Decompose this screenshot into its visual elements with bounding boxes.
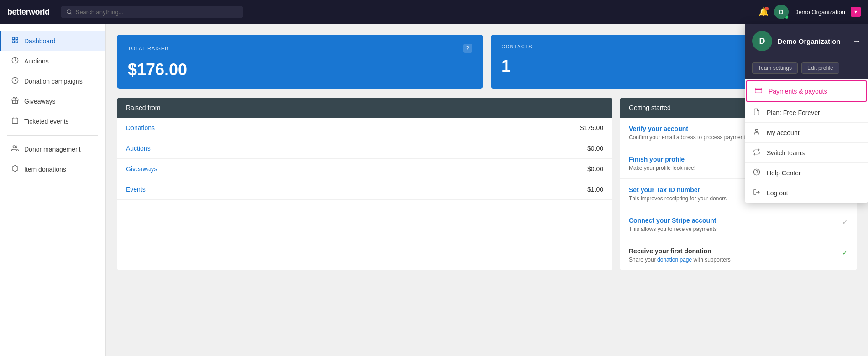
donor-management-icon xyxy=(10,145,20,154)
svg-line-1 xyxy=(70,13,71,14)
events-value: $1.00 xyxy=(387,179,612,200)
table-row: Auctions $0.00 xyxy=(117,138,612,159)
raised-from-table: Donations $175.00 Auctions $0.00 Giveawa… xyxy=(117,118,612,200)
total-raised-card: TOTAL RAISED ? $176.00 xyxy=(117,35,483,89)
dropdown-header: D Demo Organization → xyxy=(745,24,868,58)
dropdown-item-log-out[interactable]: Log out xyxy=(745,183,868,203)
finish-profile-desc: Make your profile look nice! xyxy=(629,165,695,171)
first-donation-check: ✓ xyxy=(842,248,848,257)
auctions-icon xyxy=(10,57,20,66)
tax-id-title[interactable]: Set your Tax ID number xyxy=(629,186,727,194)
sidebar-item-item-donations[interactable]: Item donations xyxy=(0,159,105,179)
sidebar-item-ticketed-events-label: Ticketed events xyxy=(24,118,69,125)
stripe-check: ✓ xyxy=(842,218,848,226)
stripe-title[interactable]: Connect your Stripe account xyxy=(629,217,717,224)
dropdown-item-payments[interactable]: Payments & payouts xyxy=(746,80,867,102)
dropdown-toggle-button[interactable]: ▾ xyxy=(851,7,861,17)
topnav-right: 🔔 D Demo Organization ▾ xyxy=(758,5,861,19)
finish-profile-title[interactable]: Finish your profile xyxy=(629,156,695,163)
svg-rect-9 xyxy=(16,37,18,40)
donation-campaigns-icon xyxy=(10,77,20,86)
sidebar-divider xyxy=(7,135,98,136)
table-row: Donations $175.00 xyxy=(117,118,612,138)
dropdown-item-switch-teams[interactable]: Switch teams xyxy=(745,143,868,163)
donation-page-link[interactable]: donation page xyxy=(657,257,692,263)
sidebar-item-donor-management-label: Donor management xyxy=(24,146,81,153)
giveaways-icon xyxy=(10,97,20,106)
svg-rect-2 xyxy=(755,88,762,93)
table-row: Events $1.00 xyxy=(117,179,612,200)
svg-point-19 xyxy=(13,146,15,148)
ticketed-events-icon xyxy=(10,117,20,126)
gs-item-first-donation: Receive your first donation Share your d… xyxy=(620,240,857,270)
item-donations-icon xyxy=(10,165,20,174)
sidebar-item-dashboard-label: Dashboard xyxy=(24,37,56,45)
dashboard-icon xyxy=(10,37,20,46)
sidebar-item-item-donations-label: Item donations xyxy=(24,166,66,173)
svg-rect-8 xyxy=(12,37,15,40)
notification-badge xyxy=(765,7,769,10)
sidebar-item-ticketed-events[interactable]: Ticketed events xyxy=(0,111,105,131)
sidebar-item-auctions[interactable]: Auctions xyxy=(0,51,105,71)
sidebar-item-giveaways-label: Giveaways xyxy=(24,98,55,105)
app-logo: betterworld xyxy=(7,7,50,17)
sidebar-item-donation-campaigns[interactable]: Donation campaigns xyxy=(0,71,105,91)
my-account-label: My account xyxy=(767,129,800,136)
sidebar-item-donation-campaigns-label: Donation campaigns xyxy=(24,78,83,85)
svg-rect-15 xyxy=(12,118,18,124)
giveaways-link[interactable]: Giveaways xyxy=(117,159,387,179)
total-raised-help-button[interactable]: ? xyxy=(463,44,472,53)
dropdown-item-help-center[interactable]: Help Center xyxy=(745,163,868,183)
main-layout: Dashboard Auctions Donation campaigns xyxy=(0,24,868,356)
svg-point-0 xyxy=(67,10,71,14)
dropdown-sub-buttons: Team settings Edit profile xyxy=(745,58,868,79)
first-donation-title[interactable]: Receive your first donation xyxy=(629,247,731,255)
donations-value: $175.00 xyxy=(387,118,612,138)
dropdown-org-avatar: D xyxy=(752,31,772,51)
tax-id-desc: This improves receipting for your donors xyxy=(629,195,727,202)
total-raised-value: $176.00 xyxy=(128,60,472,79)
top-navigation: betterworld 🔔 D Demo Organization ▾ D De… xyxy=(0,0,868,24)
svg-rect-11 xyxy=(12,41,15,43)
user-dropdown-menu: D Demo Organization → Team settings Edit… xyxy=(745,24,868,203)
help-icon xyxy=(752,168,761,177)
edit-profile-button[interactable]: Edit profile xyxy=(801,62,839,74)
gs-item-stripe: Connect your Stripe account This allows … xyxy=(620,209,857,240)
giveaways-value: $0.00 xyxy=(387,159,612,179)
sidebar-item-auctions-label: Auctions xyxy=(24,58,49,65)
raised-from-header: Raised from xyxy=(117,98,612,118)
sidebar: Dashboard Auctions Donation campaigns xyxy=(0,24,106,356)
sidebar-item-dashboard[interactable]: Dashboard xyxy=(0,31,105,51)
raised-from-card: Raised from Donations $175.00 Auctions $… xyxy=(117,98,612,270)
stripe-desc: This allows you to receive payments xyxy=(629,226,717,232)
switch-teams-label: Switch teams xyxy=(767,149,805,157)
search-input[interactable] xyxy=(76,9,238,16)
table-row: Giveaways $0.00 xyxy=(117,159,612,179)
auctions-link[interactable]: Auctions xyxy=(117,138,387,159)
svg-point-4 xyxy=(755,129,758,131)
events-link[interactable]: Events xyxy=(117,179,387,200)
account-icon xyxy=(752,128,761,137)
donations-link[interactable]: Donations xyxy=(117,118,387,138)
dropdown-item-plan[interactable]: Plan: Free Forever xyxy=(745,103,868,123)
help-center-label: Help Center xyxy=(767,169,801,177)
team-settings-button[interactable]: Team settings xyxy=(752,62,798,74)
avatar: D xyxy=(774,5,789,19)
switch-teams-icon xyxy=(752,148,761,157)
total-raised-label: TOTAL RAISED ? xyxy=(128,44,472,53)
sidebar-item-donor-management[interactable]: Donor management xyxy=(0,139,105,159)
auctions-value: $0.00 xyxy=(387,138,612,159)
dropdown-org-name: Demo Organization xyxy=(778,37,847,45)
payments-label: Payments & payouts xyxy=(769,88,827,95)
log-out-label: Log out xyxy=(767,189,788,197)
dropdown-item-my-account[interactable]: My account xyxy=(745,123,868,143)
notifications-button[interactable]: 🔔 xyxy=(758,7,769,17)
dropdown-nav-arrow[interactable]: → xyxy=(852,37,861,46)
plan-label: Plan: Free Forever xyxy=(767,109,820,116)
org-name-button[interactable]: Demo Organization xyxy=(794,9,845,16)
svg-rect-10 xyxy=(16,41,18,43)
sidebar-item-giveaways[interactable]: Giveaways xyxy=(0,91,105,111)
plan-icon xyxy=(752,108,761,117)
search-bar[interactable] xyxy=(61,6,243,18)
first-donation-desc: Share your donation page with supporters xyxy=(629,257,731,263)
